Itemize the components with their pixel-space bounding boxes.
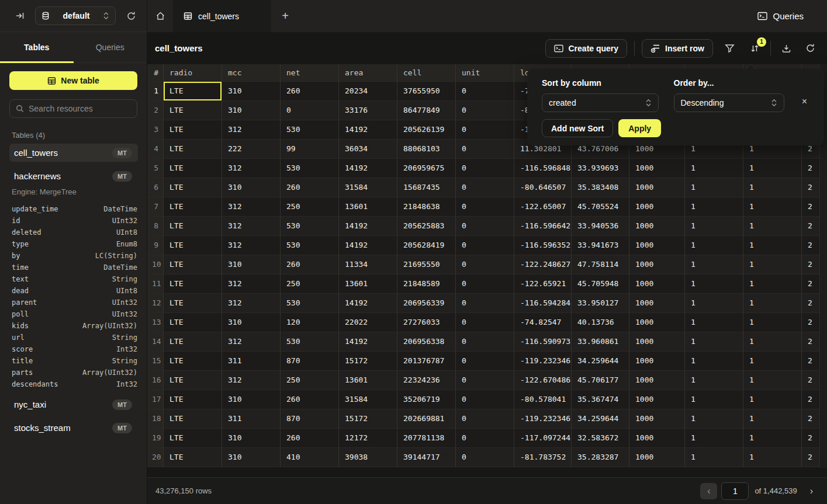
grid-cell[interactable]: 13601 [339,197,397,217]
grid-cell[interactable]: 0 [456,294,514,313]
grid-cell[interactable]: 1000 [629,197,685,217]
column-header-net[interactable]: net [281,64,339,82]
grid-cell[interactable]: 0 [456,255,514,274]
grid-cell[interactable]: 21848589 [397,274,456,294]
grid-cell[interactable]: 1 [743,352,802,371]
grid-cell[interactable]: 1000 [629,390,685,409]
grid-cell[interactable]: LTE [164,313,222,332]
grid-cell[interactable]: 11334 [339,255,397,274]
grid-cell[interactable]: LTE [164,429,222,448]
grid-cell[interactable]: 0 [456,313,514,332]
grid-cell[interactable]: 1 [685,313,743,332]
grid-cell[interactable]: 1 [685,429,743,448]
grid-cell[interactable]: 310 [222,429,281,448]
grid-cell[interactable]: 870 [281,409,339,429]
grid-cell[interactable]: 260 [281,255,339,274]
grid-cell[interactable]: 1000 [629,294,685,313]
grid-cell[interactable]: 39038 [339,448,397,467]
grid-cell[interactable]: LTE [164,120,222,140]
grid-cell[interactable]: LTE [164,255,222,274]
grid-cell[interactable]: LTE [164,82,222,101]
grid-cell[interactable]: 13601 [339,274,397,294]
grid-cell[interactable]: 33176 [339,101,397,120]
grid-cell[interactable]: -122.65007 [514,197,572,217]
sort-column-select[interactable]: created [542,93,659,112]
grid-cell[interactable]: 1000 [629,159,685,178]
sort-order-select[interactable]: Descending [674,93,784,112]
grid-cell[interactable]: 14192 [339,236,397,255]
grid-cell[interactable]: 530 [281,236,339,255]
column-header-mcc[interactable]: mcc [222,64,281,82]
grid-cell[interactable]: LTE [164,178,222,197]
grid-cell[interactable]: 45.706177 [572,371,629,390]
sidebar-item-stocks-stream[interactable]: stocks_stream MT [9,419,138,437]
grid-cell[interactable]: 1 [743,390,802,409]
grid-cell[interactable]: 205626139 [397,120,456,140]
prev-page-button[interactable]: ‹ [700,483,717,499]
grid-cell[interactable]: 45.705948 [572,274,629,294]
column-header-cell[interactable]: cell [397,64,456,82]
grid-cell[interactable]: -74.82547 [514,313,572,332]
sidebar-tab-queries[interactable]: Queries [74,32,147,62]
grid-cell[interactable]: 206956338 [397,332,456,352]
sidebar-item-hackernews[interactable]: hackernews MT [9,167,138,185]
grid-cell[interactable]: 310 [222,178,281,197]
grid-cell[interactable]: 0 [456,82,514,101]
grid-cell[interactable]: LTE [164,294,222,313]
grid-cell[interactable]: 1 [743,429,802,448]
grid-cell[interactable]: 0 [456,236,514,255]
grid-cell[interactable]: 202669881 [397,409,456,429]
next-page-button[interactable]: › [810,486,813,496]
grid-cell[interactable]: 37655950 [397,82,456,101]
grid-cell[interactable]: -122.670486 [514,371,572,390]
new-tab-button[interactable]: + [271,0,299,32]
grid-cell[interactable]: 310 [222,313,281,332]
grid-cell[interactable]: 205625883 [397,217,456,236]
grid-cell[interactable]: 0 [456,429,514,448]
apply-sort-button[interactable]: Apply [618,119,661,137]
grid-cell[interactable]: 205628419 [397,236,456,255]
grid-cell[interactable]: 1 [685,294,743,313]
sidebar-item-cell-towers[interactable]: cell_towers MT [9,144,138,162]
grid-cell[interactable]: 260 [281,390,339,409]
grid-cell[interactable]: 1 [685,332,743,352]
grid-cell[interactable]: 12172 [339,429,397,448]
grid-cell[interactable]: 250 [281,197,339,217]
queries-button[interactable]: Queries [750,0,827,32]
grid-cell[interactable]: 14192 [339,120,397,140]
grid-cell[interactable]: 1000 [629,255,685,274]
grid-cell[interactable]: 1000 [629,448,685,467]
grid-cell[interactable]: 14192 [339,159,397,178]
grid-cell[interactable]: 1 [743,159,802,178]
grid-cell[interactable]: 31584 [339,390,397,409]
sort-button[interactable]: 1 [746,40,763,57]
grid-cell[interactable]: 1000 [629,274,685,294]
grid-cell[interactable]: 22324236 [397,371,456,390]
filter-button[interactable] [721,40,738,57]
grid-cell[interactable]: 311 [222,409,281,429]
grid-cell[interactable]: 1000 [629,409,685,429]
grid-cell[interactable]: 14192 [339,294,397,313]
grid-cell[interactable]: 207781138 [397,429,456,448]
grid-cell[interactable]: 99 [281,140,339,159]
database-selector[interactable]: default [35,6,116,25]
grid-cell[interactable]: 0 [456,197,514,217]
grid-cell[interactable]: 35206719 [397,390,456,409]
grid-cell[interactable]: 21848638 [397,197,456,217]
grid-cell[interactable]: 1 [685,274,743,294]
grid-cell[interactable]: 21695550 [397,255,456,274]
grid-cell[interactable]: -119.232346 [514,409,572,429]
sidebar-tab-tables[interactable]: Tables [0,32,74,62]
page-number-input[interactable] [721,482,749,500]
grid-cell[interactable]: 250 [281,371,339,390]
grid-cell[interactable]: -117.097244 [514,429,572,448]
grid-cell[interactable]: 312 [222,371,281,390]
grid-cell[interactable]: 0 [456,448,514,467]
grid-cell[interactable]: LTE [164,197,222,217]
grid-cell[interactable]: LTE [164,101,222,120]
grid-cell[interactable]: 0 [456,140,514,159]
grid-cell[interactable]: 0 [456,409,514,429]
grid-cell[interactable]: 1 [685,352,743,371]
grid-cell[interactable]: -116.596642 [514,217,572,236]
grid-cell[interactable]: 1 [685,197,743,217]
